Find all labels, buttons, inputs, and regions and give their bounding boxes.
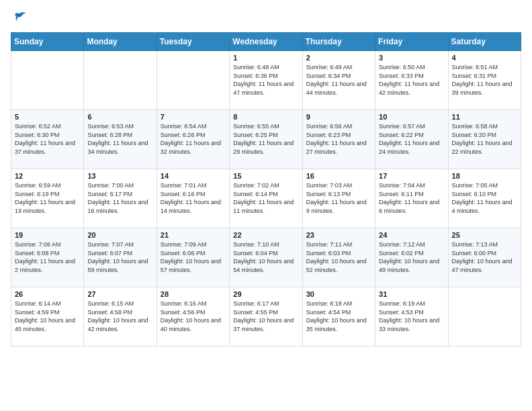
day-cell: 13Sunrise: 7:00 AM Sunset: 6:17 PM Dayli… (84, 169, 157, 228)
day-number: 30 (306, 290, 371, 298)
weekday-header-wednesday: Wednesday (230, 33, 302, 51)
day-number: 9 (306, 113, 371, 121)
day-number: 3 (379, 54, 444, 62)
day-number: 6 (87, 113, 152, 121)
day-info: Sunrise: 6:59 AM Sunset: 6:19 PM Dayligh… (15, 181, 80, 215)
day-cell: 27Sunrise: 6:15 AM Sunset: 4:58 PM Dayli… (84, 287, 157, 347)
day-cell: 19Sunrise: 7:06 AM Sunset: 6:08 PM Dayli… (11, 228, 84, 287)
day-info: Sunrise: 7:09 AM Sunset: 6:06 PM Dayligh… (161, 240, 226, 274)
day-number: 4 (452, 54, 517, 62)
day-info: Sunrise: 6:50 AM Sunset: 6:33 PM Dayligh… (379, 63, 444, 97)
day-cell: 28Sunrise: 6:16 AM Sunset: 4:56 PM Dayli… (157, 287, 229, 347)
day-number: 20 (87, 231, 152, 239)
day-cell: 6Sunrise: 6:53 AM Sunset: 6:28 PM Daylig… (84, 110, 157, 169)
day-cell: 17Sunrise: 7:04 AM Sunset: 6:11 PM Dayli… (375, 169, 448, 228)
day-info: Sunrise: 7:00 AM Sunset: 6:17 PM Dayligh… (87, 181, 152, 215)
day-number: 8 (233, 113, 298, 121)
weekday-header-thursday: Thursday (302, 33, 375, 51)
day-number: 27 (87, 290, 152, 298)
day-info: Sunrise: 6:49 AM Sunset: 6:34 PM Dayligh… (306, 63, 371, 97)
week-row-3: 12Sunrise: 6:59 AM Sunset: 6:19 PM Dayli… (11, 169, 521, 228)
day-info: Sunrise: 6:14 AM Sunset: 4:59 PM Dayligh… (15, 300, 80, 333)
day-cell: 5Sunrise: 6:52 AM Sunset: 6:30 PM Daylig… (11, 110, 84, 169)
weekday-header-monday: Monday (84, 33, 157, 51)
day-info: Sunrise: 7:03 AM Sunset: 6:13 PM Dayligh… (306, 181, 371, 215)
day-number: 19 (15, 231, 80, 239)
day-info: Sunrise: 6:48 AM Sunset: 6:36 PM Dayligh… (233, 63, 298, 97)
day-info: Sunrise: 6:56 AM Sunset: 6:23 PM Dayligh… (306, 122, 371, 156)
day-info: Sunrise: 6:57 AM Sunset: 6:22 PM Dayligh… (379, 122, 444, 156)
day-cell: 9Sunrise: 6:56 AM Sunset: 6:23 PM Daylig… (302, 110, 375, 169)
day-number: 1 (233, 54, 298, 62)
day-number: 18 (452, 172, 517, 180)
day-cell: 15Sunrise: 7:02 AM Sunset: 6:14 PM Dayli… (230, 169, 302, 228)
week-row-5: 26Sunrise: 6:14 AM Sunset: 4:59 PM Dayli… (11, 287, 521, 347)
day-info: Sunrise: 6:55 AM Sunset: 6:25 PM Dayligh… (233, 122, 298, 156)
day-cell: 2Sunrise: 6:49 AM Sunset: 6:34 PM Daylig… (302, 51, 375, 110)
day-cell: 12Sunrise: 6:59 AM Sunset: 6:19 PM Dayli… (11, 169, 84, 228)
week-row-1: 1Sunrise: 6:48 AM Sunset: 6:36 PM Daylig… (11, 51, 521, 110)
week-row-4: 19Sunrise: 7:06 AM Sunset: 6:08 PM Dayli… (11, 228, 521, 287)
day-cell: 8Sunrise: 6:55 AM Sunset: 6:25 PM Daylig… (230, 110, 302, 169)
weekday-header-tuesday: Tuesday (157, 33, 229, 51)
day-cell: 11Sunrise: 6:58 AM Sunset: 6:20 PM Dayli… (448, 110, 521, 169)
day-number: 31 (379, 290, 444, 298)
weekday-header-row: SundayMondayTuesdayWednesdayThursdayFrid… (11, 33, 521, 51)
day-number: 12 (15, 172, 80, 180)
day-number: 26 (15, 290, 80, 298)
day-cell (11, 51, 84, 110)
day-number: 23 (306, 231, 371, 239)
day-info: Sunrise: 6:19 AM Sunset: 4:53 PM Dayligh… (379, 300, 444, 333)
day-info: Sunrise: 7:05 AM Sunset: 6:10 PM Dayligh… (452, 181, 517, 215)
day-cell: 24Sunrise: 7:12 AM Sunset: 6:02 PM Dayli… (375, 228, 448, 287)
day-number: 25 (452, 231, 517, 239)
day-cell (84, 51, 157, 110)
day-info: Sunrise: 7:11 AM Sunset: 6:03 PM Dayligh… (306, 240, 371, 274)
day-info: Sunrise: 7:06 AM Sunset: 6:08 PM Dayligh… (15, 240, 80, 274)
day-cell (448, 287, 521, 347)
day-cell: 10Sunrise: 6:57 AM Sunset: 6:22 PM Dayli… (375, 110, 448, 169)
logo-bird-icon (12, 11, 27, 24)
day-number: 17 (379, 172, 444, 180)
day-info: Sunrise: 6:16 AM Sunset: 4:56 PM Dayligh… (161, 300, 226, 333)
day-info: Sunrise: 7:10 AM Sunset: 6:04 PM Dayligh… (233, 240, 298, 274)
day-cell: 30Sunrise: 6:18 AM Sunset: 4:54 PM Dayli… (302, 287, 375, 347)
day-number: 11 (452, 113, 517, 121)
day-cell: 1Sunrise: 6:48 AM Sunset: 6:36 PM Daylig… (230, 51, 302, 110)
day-number: 21 (161, 231, 226, 239)
day-number: 16 (306, 172, 371, 180)
day-info: Sunrise: 7:13 AM Sunset: 6:00 PM Dayligh… (452, 240, 517, 274)
day-cell: 3Sunrise: 6:50 AM Sunset: 6:33 PM Daylig… (375, 51, 448, 110)
day-cell: 20Sunrise: 7:07 AM Sunset: 6:07 PM Dayli… (84, 228, 157, 287)
day-cell: 7Sunrise: 6:54 AM Sunset: 6:26 PM Daylig… (157, 110, 229, 169)
day-number: 28 (161, 290, 226, 298)
weekday-header-saturday: Saturday (448, 33, 521, 51)
day-cell: 21Sunrise: 7:09 AM Sunset: 6:06 PM Dayli… (157, 228, 229, 287)
day-number: 2 (306, 54, 371, 62)
weekday-header-sunday: Sunday (11, 33, 84, 51)
day-cell: 26Sunrise: 6:14 AM Sunset: 4:59 PM Dayli… (11, 287, 84, 347)
day-number: 15 (233, 172, 298, 180)
weekday-header-friday: Friday (375, 33, 448, 51)
day-info: Sunrise: 6:53 AM Sunset: 6:28 PM Dayligh… (87, 122, 152, 156)
day-number: 10 (379, 113, 444, 121)
day-info: Sunrise: 6:52 AM Sunset: 6:30 PM Dayligh… (15, 122, 80, 156)
day-info: Sunrise: 6:54 AM Sunset: 6:26 PM Dayligh… (161, 122, 226, 156)
day-info: Sunrise: 7:12 AM Sunset: 6:02 PM Dayligh… (379, 240, 444, 274)
day-info: Sunrise: 6:17 AM Sunset: 4:55 PM Dayligh… (233, 300, 298, 333)
day-info: Sunrise: 7:04 AM Sunset: 6:11 PM Dayligh… (379, 181, 444, 215)
day-number: 14 (161, 172, 226, 180)
day-number: 29 (233, 290, 298, 298)
day-info: Sunrise: 6:51 AM Sunset: 6:31 PM Dayligh… (452, 63, 517, 97)
day-number: 5 (15, 113, 80, 121)
day-cell (157, 51, 229, 110)
day-number: 13 (87, 172, 152, 180)
logo (11, 11, 27, 24)
day-cell: 16Sunrise: 7:03 AM Sunset: 6:13 PM Dayli… (302, 169, 375, 228)
day-cell: 18Sunrise: 7:05 AM Sunset: 6:10 PM Dayli… (448, 169, 521, 228)
day-number: 22 (233, 231, 298, 239)
day-cell: 31Sunrise: 6:19 AM Sunset: 4:53 PM Dayli… (375, 287, 448, 347)
day-info: Sunrise: 7:01 AM Sunset: 6:16 PM Dayligh… (161, 181, 226, 215)
day-info: Sunrise: 7:07 AM Sunset: 6:07 PM Dayligh… (87, 240, 152, 274)
day-info: Sunrise: 6:18 AM Sunset: 4:54 PM Dayligh… (306, 300, 371, 333)
